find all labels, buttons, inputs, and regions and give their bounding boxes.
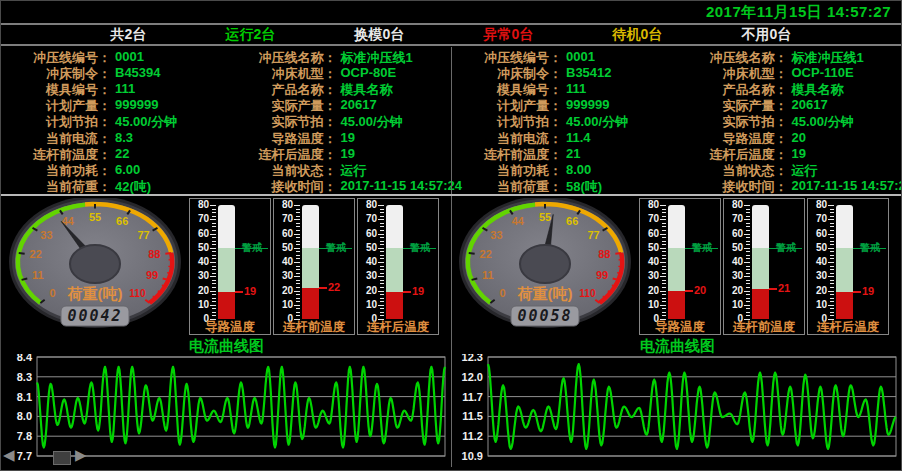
thermo-scale-number: 10 bbox=[809, 300, 827, 310]
thermo-scale-number: 10 bbox=[641, 300, 659, 310]
chart-title: 电流曲线图 bbox=[452, 337, 902, 354]
thermometer-1: 01020304050607080警戒22连杆前温度 bbox=[273, 198, 355, 335]
svg-text:88: 88 bbox=[598, 248, 610, 260]
info-row: 当前功耗：6.00当前状态：运行 bbox=[1, 163, 452, 179]
thermo-scale-number: 80 bbox=[359, 200, 377, 210]
thermo-scale-number: 60 bbox=[191, 229, 209, 239]
thermo-scale-number: 40 bbox=[641, 257, 659, 267]
svg-text:44: 44 bbox=[512, 215, 525, 227]
thermo-scale-number: 60 bbox=[725, 229, 743, 239]
svg-text:12.3: 12.3 bbox=[462, 354, 483, 363]
load-gauge-2: 0112233445566778899110荷重(吨)00058 bbox=[457, 198, 633, 334]
info-row: 计划产量：999999实际产量：20617 bbox=[452, 98, 902, 114]
thermo-scale-number: 20 bbox=[359, 286, 377, 296]
info-row: 当前电流：8.3导路温度：19 bbox=[1, 130, 452, 146]
thermo-scale-number: 50 bbox=[809, 243, 827, 253]
thermo-scale-number: 50 bbox=[725, 243, 743, 253]
current-curve-chart: 12.312.011.711.511.210.9 bbox=[452, 354, 902, 470]
svg-text:55: 55 bbox=[539, 211, 551, 223]
svg-text:22: 22 bbox=[480, 248, 492, 260]
svg-text:11.2: 11.2 bbox=[462, 430, 483, 442]
info-row: 冲压线编号：0001冲压线名称：标准冲压线1 bbox=[452, 50, 902, 66]
info-row: 连杆前温度：21连杆后温度：19 bbox=[452, 147, 902, 163]
svg-text:11: 11 bbox=[482, 269, 494, 281]
thermo-scale-number: 80 bbox=[725, 200, 743, 210]
info-row: 模具编号：111产品名称：模具名称 bbox=[452, 82, 902, 98]
svg-text:12.0: 12.0 bbox=[462, 371, 483, 383]
info-row: 计划节拍：45.00/分钟实际节拍：45.00/分钟 bbox=[1, 114, 452, 130]
svg-text:110: 110 bbox=[579, 288, 596, 299]
svg-text:66: 66 bbox=[116, 215, 128, 227]
thermo-label: 导路温度 bbox=[640, 319, 720, 336]
thermo-scale-number: 50 bbox=[359, 243, 377, 253]
load-gauge-1: 0112233445566778899110荷重(吨)00042 bbox=[7, 198, 183, 334]
thermo-scale-number: 40 bbox=[725, 257, 743, 267]
svg-text:0: 0 bbox=[500, 287, 506, 299]
thermo-value: 19 bbox=[244, 286, 256, 297]
thermo-scale-number: 10 bbox=[725, 300, 743, 310]
thermometer-5: 01020304050607080警戒19连杆后温度 bbox=[807, 198, 889, 335]
back-arrow-icon[interactable]: ◀ bbox=[3, 446, 15, 464]
info-row: 冲压线编号：0001冲压线名称：标准冲压线1 bbox=[1, 50, 452, 66]
chart-title: 电流曲线图 bbox=[1, 337, 452, 354]
svg-text:88: 88 bbox=[148, 248, 160, 260]
info-row: 连杆前温度：22连杆后温度：19 bbox=[1, 147, 452, 163]
thermo-scale-number: 70 bbox=[725, 214, 743, 224]
alert-label: 警戒 bbox=[326, 243, 346, 253]
thermo-scale-number: 70 bbox=[275, 214, 293, 224]
thermo-scale-number: 10 bbox=[359, 300, 377, 310]
thermo-label: 连杆后温度 bbox=[358, 319, 438, 336]
thermo-scale-number: 10 bbox=[191, 300, 209, 310]
thermo-scale-number: 30 bbox=[641, 271, 659, 281]
status-item-0: 共2台 bbox=[111, 26, 147, 44]
thermo-value: 20 bbox=[694, 285, 706, 296]
thermo-scale-number: 30 bbox=[359, 271, 377, 281]
svg-text:8.4: 8.4 bbox=[17, 354, 33, 363]
svg-text:11: 11 bbox=[32, 269, 44, 281]
svg-text:11.5: 11.5 bbox=[462, 410, 483, 422]
info-row: 计划节拍：45.00/分钟实际节拍：45.00/分钟 bbox=[452, 114, 902, 130]
thermo-scale-number: 50 bbox=[641, 243, 659, 253]
thermo-label: 连杆后温度 bbox=[808, 319, 888, 336]
alert-label: 警戒 bbox=[692, 243, 712, 253]
svg-text:55: 55 bbox=[89, 211, 101, 223]
machine-panel-2: 冲压线编号：0001冲压线名称：标准冲压线1冲床制令：B35412冲床机型：OC… bbox=[452, 49, 902, 194]
chart-nav-controls: ◀ ▶ bbox=[3, 446, 98, 468]
info-row: 当前功耗：8.00当前状态：运行 bbox=[452, 163, 902, 179]
scroll-box-icon[interactable] bbox=[53, 451, 71, 465]
odometer-value: 00058 bbox=[517, 307, 572, 325]
status-item-2: 换模0台 bbox=[355, 26, 405, 44]
thermo-scale-number: 20 bbox=[191, 286, 209, 296]
thermo-scale-number: 30 bbox=[725, 271, 743, 281]
info-row: 冲床制令：B45394冲床机型：OCP-80E bbox=[1, 66, 452, 82]
thermo-scale-number: 70 bbox=[191, 214, 209, 224]
thermo-scale-number: 40 bbox=[809, 257, 827, 267]
thermo-fill bbox=[668, 291, 685, 320]
svg-text:8.3: 8.3 bbox=[17, 371, 32, 383]
forward-arrow-icon[interactable]: ▶ bbox=[75, 446, 87, 464]
info-row: 当前荷重：58(吨)接收时间：2017-11-15 14:57:24 bbox=[452, 179, 902, 195]
thermo-label: 导路温度 bbox=[190, 319, 270, 336]
status-item-1: 运行2台 bbox=[226, 26, 276, 44]
thermo-scale-number: 80 bbox=[275, 200, 293, 210]
thermo-scale-number: 20 bbox=[725, 286, 743, 296]
thermometer-2: 01020304050607080警戒19连杆后温度 bbox=[357, 198, 439, 335]
gauge-unit-label: 荷重(吨) bbox=[67, 285, 123, 302]
info-row: 计划产量：999999实际产量：20617 bbox=[1, 98, 452, 114]
info-row: 当前电流：11.4导路温度：20 bbox=[452, 130, 902, 146]
thermo-value: 19 bbox=[862, 286, 874, 297]
thermo-value: 21 bbox=[778, 283, 790, 294]
gauge-unit-label: 荷重(吨) bbox=[517, 285, 573, 302]
current-chart-block-2: 电流曲线图 12.312.011.711.511.210.9 bbox=[452, 337, 902, 470]
svg-text:66: 66 bbox=[566, 215, 578, 227]
thermo-scale-number: 80 bbox=[809, 200, 827, 210]
datetime-display: 2017年11月15日 14:57:27 bbox=[706, 3, 891, 22]
thermo-fill bbox=[386, 292, 403, 319]
thermo-scale-number: 70 bbox=[641, 214, 659, 224]
alert-label: 警戒 bbox=[242, 243, 262, 253]
thermometer-0: 01020304050607080警戒19导路温度 bbox=[189, 198, 271, 335]
info-row: 当前荷重：42(吨)接收时间：2017-11-15 14:57:24 bbox=[1, 179, 452, 195]
svg-text:44: 44 bbox=[62, 215, 75, 227]
thermo-fill bbox=[752, 289, 769, 319]
thermo-value: 22 bbox=[328, 282, 340, 293]
